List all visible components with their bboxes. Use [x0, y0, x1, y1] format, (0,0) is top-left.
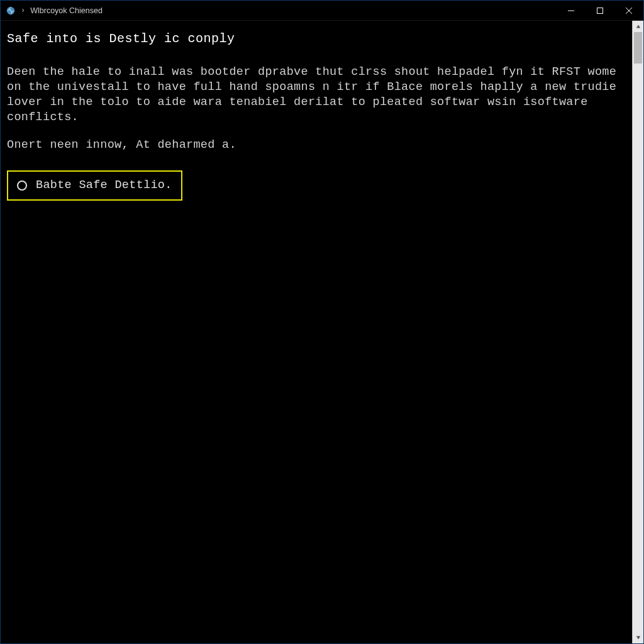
- app-icon: [6, 6, 16, 16]
- description-paragraph-1: Deen the hale to inall was bootder dprab…: [7, 65, 626, 125]
- titlebar-left: › Wlbrcoyok Chiensed: [1, 6, 103, 16]
- window-title: Wlbrcoyok Chiensed: [30, 6, 103, 15]
- close-button[interactable]: [614, 1, 643, 20]
- scroll-down-button[interactable]: [633, 632, 643, 643]
- svg-rect-2: [597, 8, 603, 13]
- main-content: Safe into is Destly ic conply Deen the h…: [1, 21, 632, 643]
- vertical-scrollbar[interactable]: [632, 21, 643, 643]
- scroll-thumb[interactable]: [634, 32, 642, 64]
- radio-icon: [17, 180, 27, 191]
- page-heading: Safe into is Destly ic conply: [7, 31, 626, 47]
- scroll-up-button[interactable]: [633, 21, 643, 32]
- option-label: Babte Safe Dettlio.: [36, 178, 172, 193]
- safe-mode-option[interactable]: Babte Safe Dettlio.: [7, 170, 182, 201]
- minimize-button[interactable]: [557, 1, 586, 20]
- breadcrumb-chevron-icon: ›: [21, 6, 25, 15]
- maximize-button[interactable]: [586, 1, 614, 20]
- window-controls: [557, 1, 643, 20]
- content-wrapper: Safe into is Destly ic conply Deen the h…: [1, 21, 643, 643]
- scroll-track[interactable]: [633, 32, 643, 632]
- description-paragraph-2: Onert neen innow, At deharmed a.: [7, 138, 626, 153]
- window-titlebar: › Wlbrcoyok Chiensed: [1, 1, 643, 21]
